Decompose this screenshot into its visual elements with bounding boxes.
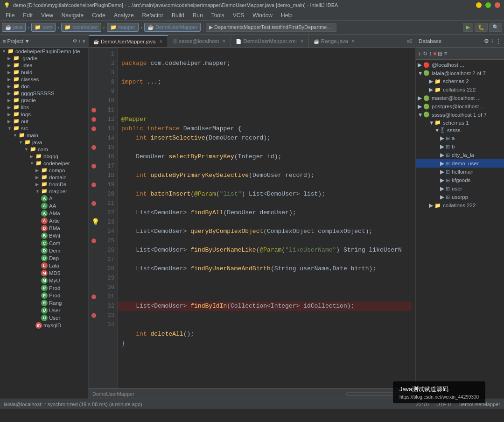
tree-item-Rang[interactable]: R Rang [0, 299, 88, 307]
tree-item-java[interactable]: ▼ 📁 java [0, 139, 88, 146]
tree-item-BMa[interactable]: B BMa [0, 225, 88, 232]
db-stop-button[interactable]: ■ [433, 50, 436, 57]
db-table-helloman[interactable]: ▶ ⊞ helloman [416, 168, 504, 176]
tree-item-compo[interactable]: ▶ 📁 compo [0, 167, 88, 174]
menu-vcs[interactable]: VCS [229, 11, 248, 20]
db-collations-lalala[interactable]: ▶ 📁 collations 222 [416, 85, 504, 94]
db-grid-button[interactable]: ⊞ [438, 50, 442, 57]
menu-refactor[interactable]: Refactor [139, 11, 167, 20]
titlebar-controls[interactable] [476, 2, 500, 8]
db-conn-sssss[interactable]: ▼ 🟢 sssss@localhost 1 of 7 [416, 111, 504, 119]
tree-item-build[interactable]: ▶ 📁 build [0, 69, 88, 76]
menu-analyze[interactable]: Analyze [110, 11, 138, 20]
tree-item-gggg[interactable]: ▶ 📁 ggggSSSSSS [0, 90, 88, 97]
db-conn-localhost[interactable]: ▶ 🔴 @localhost ... [416, 61, 504, 69]
tree-item-MyU[interactable]: M MyU [0, 277, 88, 284]
db-sql-button[interactable]: ≡ [444, 50, 447, 57]
menu-run[interactable]: Run [189, 11, 207, 20]
tree-item-User2[interactable]: U User [0, 314, 88, 322]
db-table-a[interactable]: ▶ ⊞ a [416, 134, 504, 142]
db-tool-refresh[interactable]: ⚙ [484, 38, 489, 44]
tree-item-Dep[interactable]: D Dep [0, 254, 88, 262]
tab-sssss[interactable]: 🗄 sssss@localhost ✕ [168, 35, 231, 47]
db-table-demo-user[interactable]: ▶ ⊞ demo_user [416, 159, 504, 168]
tree-item-mysqlD[interactable]: m mysqlD [0, 322, 88, 329]
tree-item-doc[interactable]: ▶ 📁 doc [0, 83, 88, 90]
tab-xml-close[interactable]: ✕ [300, 39, 304, 43]
toolbar-debug-btn[interactable]: 🐛 [475, 23, 488, 32]
tree-item-com[interactable]: ▼ 📁 com [0, 146, 88, 153]
toolbar-run-config[interactable]: ▶ DepartmentsMapperTest.testfindFirstByD… [206, 23, 336, 32]
code-content[interactable]: package com.codehelper.mapper; import ..… [118, 48, 415, 388]
tab-range[interactable]: ☕ Range.java ✕ [309, 35, 360, 47]
db-schema-sssss[interactable]: ▼ 🗄 sssss [416, 127, 504, 134]
db-schemas-sssss[interactable]: ▼ 📁 schemas 1 [416, 119, 504, 127]
tree-item-Prod2[interactable]: P Prod [0, 292, 88, 299]
db-add-button[interactable]: + [418, 50, 421, 57]
close-button[interactable] [495, 2, 500, 8]
menu-view[interactable]: View [37, 11, 57, 20]
minimize-button[interactable] [476, 2, 482, 8]
tab-demousermapper-xml[interactable]: 📄 DemoUserMapper.xml ✕ [231, 35, 308, 47]
toolbar-com[interactable]: 📁 com [31, 23, 56, 32]
database-panel-tools[interactable]: ⚙ ↕ ⋮ [484, 38, 501, 44]
toolbar-mapper[interactable]: 📁 mapper [107, 23, 139, 32]
tree-item-User1[interactable]: U User [0, 307, 88, 314]
db-collations-sssss[interactable]: ▶ 📁 collations 222 [416, 201, 504, 210]
db-table-b[interactable]: ▶ ⊞ b [416, 142, 504, 151]
tree-item-Prod1[interactable]: P Prod [0, 284, 88, 292]
db-table-kfgoods[interactable]: ▶ ⊞ kfgoods [416, 176, 504, 184]
toolbar-java[interactable]: ☕ java [2, 23, 26, 32]
scroll-indicator[interactable] [346, 392, 412, 396]
tab-demousermapper-close[interactable]: ✕ [159, 39, 163, 44]
tree-item-out[interactable]: ▶ 📁 out [0, 118, 88, 125]
tree-item-A[interactable]: A A [0, 195, 88, 202]
toolbar-run-btn[interactable]: ▶ [463, 23, 473, 32]
tree-item-BWit[interactable]: B BWit [0, 232, 88, 239]
tree-item-AA[interactable]: A AA [0, 202, 88, 210]
db-conn-postgres[interactable]: ▶ 🟢 postgres@localhost ... [416, 102, 504, 111]
db-refresh-button[interactable]: ↻ [423, 50, 427, 57]
tree-item-gradle[interactable]: ▶ 📁 .gradle [0, 55, 88, 62]
tab-demousermapper[interactable]: ☕ DemoUserMapper.java ✕ [89, 35, 168, 47]
tree-root[interactable]: ▼ 📁 codehelperPluginDemo [de [0, 48, 88, 55]
tree-item-Dem[interactable]: D Dem [0, 247, 88, 254]
tree-item-Com[interactable]: C Com [0, 239, 88, 247]
db-schemas-lalala[interactable]: ▶ 📁 schemas 2 [416, 77, 504, 85]
db-conn-lalala[interactable]: ▼ 🟢 lalala@localhost 2 of 7 [416, 69, 504, 77]
tab-range-close[interactable]: ✕ [351, 39, 355, 43]
tree-item-libs[interactable]: ▶ 📁 libs [0, 104, 88, 111]
tree-item-codehelper[interactable]: ▼ 📁 codehelper [0, 160, 88, 167]
code-editor[interactable]: 💡 1 2 3 8 9 10 11 [89, 48, 415, 388]
db-up-button[interactable]: ↑ [429, 50, 432, 57]
menu-window[interactable]: Window [249, 11, 276, 20]
project-panel-tools[interactable]: ⚙ ↕ ∨ [73, 38, 85, 43]
tree-item-gradle2[interactable]: ▶ 📁 gradle [0, 97, 88, 104]
db-table-userpp[interactable]: ▶ ⊞ userpp [416, 193, 504, 201]
db-conn-master[interactable]: ▶ 🟢 master@localhost ... [416, 94, 504, 102]
menu-file[interactable]: File [2, 11, 18, 20]
tree-item-Lala[interactable]: L Lala [0, 262, 88, 269]
tree-item-domain[interactable]: ▶ 📁 domain [0, 174, 88, 181]
menu-build[interactable]: Build [168, 11, 188, 20]
toolbar-search-btn[interactable]: 🔍 [489, 23, 502, 32]
menu-code[interactable]: Code [88, 11, 109, 20]
tree-item-AMa[interactable]: A AMa [0, 210, 88, 217]
tree-item-fromda[interactable]: ▶ 📁 fromDa [0, 181, 88, 188]
tree-item-mapper[interactable]: ▼ 📁 mapper [0, 188, 88, 195]
tree-item-bbqqq[interactable]: ▶ 📁 bbqqq [0, 153, 88, 160]
tree-item-main[interactable]: ▼ 📁 main [0, 132, 88, 139]
menu-tools[interactable]: Tools [208, 11, 228, 20]
tree-item-MD5[interactable]: M MD5 [0, 269, 88, 277]
db-table-user[interactable]: ▶ ⊞ user [416, 184, 504, 193]
menu-navigate[interactable]: Navigate [58, 11, 87, 20]
maximize-button[interactable] [485, 2, 491, 8]
toolbar-demousermapper[interactable]: ☕ DemoUserMapper [144, 23, 201, 32]
db-tool-more[interactable]: ⋮ [496, 38, 501, 44]
db-tool-add[interactable]: ↕ [491, 38, 494, 44]
tree-item-classes[interactable]: ▶ 📁 classes [0, 76, 88, 83]
tree-item-Artic[interactable]: A Artic [0, 217, 88, 225]
tree-item-idea[interactable]: ▶ 📁 .idea [0, 62, 88, 69]
menu-help[interactable]: Help [277, 11, 296, 20]
tree-item-src[interactable]: ▼ 📁 src [0, 125, 88, 132]
